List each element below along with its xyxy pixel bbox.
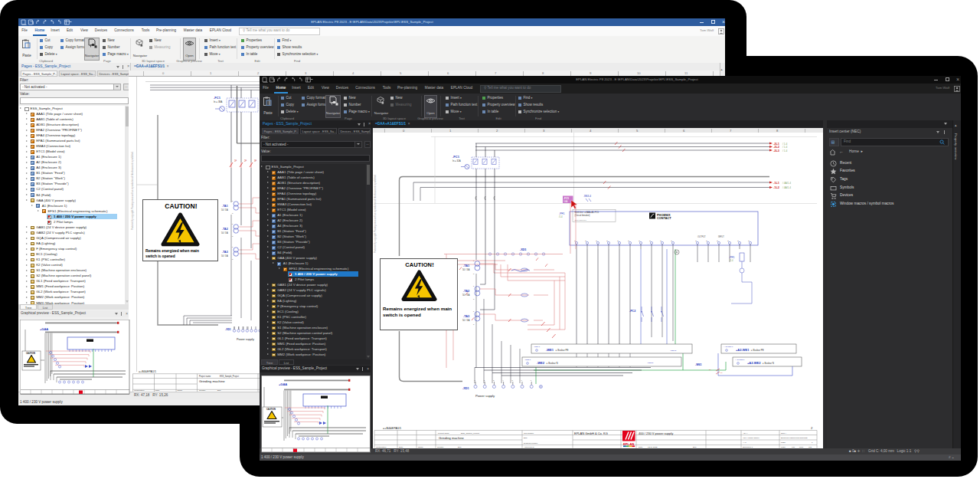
svg-text:-TA2: -TA2 [463, 290, 469, 293]
svg-text:=+B4&EPA1/1: =+B4&EPA1/1 [383, 427, 401, 430]
svg-text:CAUTION: CAUTION [266, 408, 276, 411]
svg-text:-WE1.1: -WE1.1 [534, 346, 541, 348]
svg-text:+GAA: +GAA [279, 382, 287, 386]
svg-text:-FC1: -FC1 [452, 155, 460, 159]
svg-text:Approved by: Approved by [524, 446, 535, 448]
svg-text:EPL: EPL [458, 446, 462, 448]
svg-text:-1L1: -1L1 [773, 182, 779, 185]
svg-text:50 / 3 A: 50 / 3 A [462, 319, 470, 322]
svg-text:EPL: EPL [217, 389, 221, 392]
svg-text:Protected by copyright. Passin: Protected by copyright. Passing on as we… [131, 151, 134, 230]
svg-text:+A2-WE2: +A2-WE2 [747, 361, 761, 365]
svg-text:50 / 3 A: 50 / 3 A [221, 231, 228, 235]
svg-text:-1L2: -1L2 [773, 186, 779, 189]
svg-text:= Busbar N: = Busbar N [763, 362, 774, 365]
svg-text:Project name: Project name [438, 432, 449, 435]
svg-text:3F: 3F [254, 159, 256, 162]
svg-text:Power supply: Power supply [237, 338, 254, 341]
svg-text:50 / 3 A: 50 / 3 A [462, 294, 470, 297]
svg-text:Date: Date [155, 389, 160, 392]
svg-text:-WE2.1: -WE2.1 [524, 359, 531, 361]
svg-text:+A2-WE1: +A2-WE1 [736, 348, 750, 352]
svg-text:-2L3: -2L3 [773, 149, 779, 153]
svg-text:/ 4A/1.4: / 4A/1.4 [782, 182, 791, 185]
svg-text:= Busbar PE: = Busbar PE [751, 349, 764, 352]
svg-text:/ 1.4: / 1.4 [782, 143, 787, 146]
svg-text:365: 365 [808, 446, 812, 448]
svg-text:Creator: Creator [199, 389, 206, 392]
svg-text:176: 176 [792, 446, 795, 448]
svg-text:SOR 3SPROT: SOR 3SPROT [575, 219, 587, 221]
svg-text:Name: Name [178, 389, 183, 392]
svg-text:In = 32A: In = 32A [452, 159, 461, 162]
svg-text:+A2-WE1.1: +A2-WE1.1 [724, 346, 733, 348]
svg-text:-2L2: -2L2 [773, 146, 779, 149]
svg-text:/ 1.4: / 1.4 [782, 146, 787, 149]
svg-text:(Circuit breaker): (Circuit breaker) [575, 214, 590, 217]
svg-text:50 / 3 A: 50 / 3 A [221, 208, 228, 212]
svg-text:CONTACT: CONTACT [657, 216, 671, 220]
svg-text:-TA3: -TA3 [463, 315, 469, 318]
svg-text:Modification: Modification [134, 389, 145, 392]
svg-text:Page: Page [781, 441, 786, 444]
svg-text:OUTPUT: OUTPUT [697, 235, 706, 238]
svg-text:INPUT: INPUT [718, 235, 724, 238]
svg-text:CAUTION: CAUTION [26, 352, 35, 355]
svg-text:16A: 16A [564, 200, 567, 203]
svg-text:EPL: EPL [524, 437, 528, 439]
svg-text:/1.4: /1.4 [730, 259, 733, 262]
svg-text:02.06.2022: 02.06.2022 [648, 446, 658, 448]
svg-text:+A1: +A1 [743, 441, 746, 444]
svg-text:Modification: Modification [376, 446, 387, 448]
svg-text:Creator: Creator [437, 446, 444, 448]
svg-text:/ 1.4: / 1.4 [782, 149, 787, 153]
svg-text:50 / 3 A: 50 / 3 A [221, 254, 228, 258]
svg-text:Drawing number: Drawing number [524, 442, 538, 445]
svg-text:50 / 3 A: 50 / 3 A [462, 268, 470, 271]
svg-text:/ 4A/1.4: / 4A/1.4 [782, 186, 791, 189]
svg-text:/1.4: /1.4 [559, 215, 563, 218]
svg-text:Enclosure 1: Enclosure 1 [743, 446, 753, 448]
svg-text:+GAA: +GAA [743, 432, 748, 435]
svg-text:-XD1: -XD1 [462, 387, 469, 390]
svg-text:-WE1.2: -WE1.2 [670, 349, 677, 352]
svg-text:= Busbar PE: = Busbar PE [556, 349, 569, 352]
svg-text:Grinding machine: Grinding machine [199, 379, 225, 383]
svg-text:-W63-4: -W63-4 [583, 195, 591, 198]
svg-text:+GAA: +GAA [40, 327, 48, 331]
svg-text:Page: Page [781, 446, 786, 448]
svg-text:Job number: Job number [524, 432, 534, 435]
svg-text:+A2-WE2.1: +A2-WE2.1 [735, 359, 745, 361]
svg-text:ESS_Sample_Project: ESS_Sample_Project [220, 375, 239, 378]
svg-text:-XD1: -XD1 [225, 328, 231, 331]
svg-text:EPL: EPL [693, 446, 697, 448]
svg-text:Project name: Project name [199, 375, 211, 378]
svg-text:400 / 230 V power supply: 400 / 230 V power supply [639, 431, 673, 435]
svg-text:NFPA:: NFPA: [781, 432, 786, 435]
svg-text:Grinding machine: Grinding machine [439, 436, 464, 440]
svg-text:-TA1: -TA1 [463, 264, 469, 267]
svg-text:from: from [799, 446, 803, 448]
svg-text:-WE1: -WE1 [546, 348, 554, 352]
svg-text:Protected by copyright. Passin: Protected by copyright. Passing on as we… [374, 174, 377, 253]
svg-text:Power supply: Power supply [475, 394, 495, 398]
svg-text:400 V power supply: 400 V power supply [743, 437, 760, 439]
svg-text:=+B4&EPA1/1: =+B4&EPA1/1 [139, 370, 156, 373]
svg-text:-TA1: -TA1 [222, 205, 228, 208]
svg-text:ESS_Sample_Project: ESS_Sample_Project [461, 432, 479, 435]
svg-text:Date: Date [639, 446, 643, 448]
svg-text:= Busbar N: = Busbar N [547, 362, 558, 365]
svg-text:In = 38A: In = 38A [214, 100, 222, 103]
svg-text:-PC2: -PC2 [629, 310, 635, 313]
svg-text:-WE2.2: -WE2.2 [647, 362, 654, 364]
svg-text:-FC1: -FC1 [214, 96, 221, 100]
svg-text:-TA2: -TA2 [222, 228, 228, 231]
svg-text:1F: 1F [234, 159, 237, 162]
svg-text:EPLAN: EPLAN [623, 442, 634, 446]
svg-text:-2L1: -2L1 [773, 143, 779, 146]
svg-text:Name: Name [418, 446, 423, 448]
svg-text:EPLAN GmbH & Co. KG: EPLAN GmbH & Co. KG [574, 431, 608, 435]
svg-text:-WE2: -WE2 [537, 361, 545, 365]
svg-text:-TA3: -TA3 [222, 251, 228, 254]
svg-text:Date: Date [399, 446, 403, 448]
